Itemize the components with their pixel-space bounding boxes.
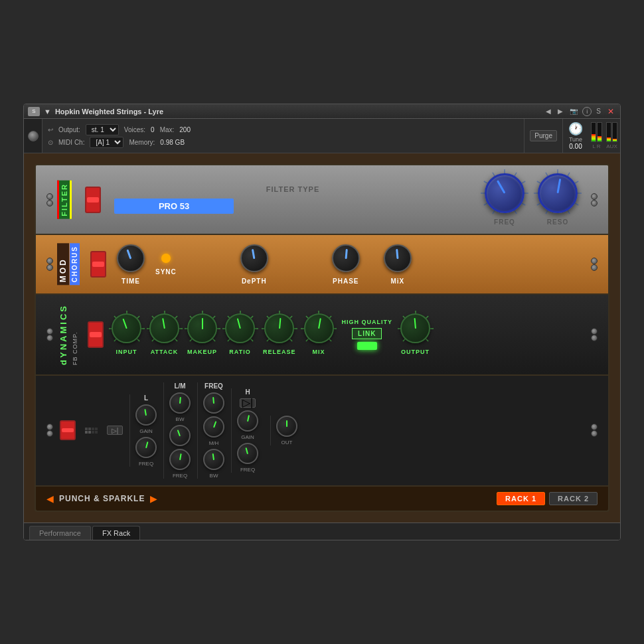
rack1-btn[interactable]: RACK 1 [497, 492, 545, 505]
next-preset-btn[interactable]: ▶ [150, 493, 157, 504]
camera-icon[interactable]: 📷 [568, 108, 580, 115]
output-select[interactable]: st. 1 [86, 124, 119, 135]
mod-section: MOD CHORUS TIME [36, 235, 608, 295]
nav-left-btn[interactable]: ◀ [544, 108, 553, 115]
phase-indicator [345, 248, 347, 258]
aux-meter-1 [606, 122, 611, 142]
eq-lm-bw-knob[interactable] [169, 425, 191, 446]
depth-label: DePTH [242, 278, 267, 285]
mod-tab-group: MOD CHORUS [57, 243, 80, 285]
dyn-mix-label: MIX [313, 349, 325, 355]
eq-h-freq-knob[interactable] [237, 443, 258, 464]
eq-mh-band: FREQ M/H BW [197, 382, 224, 479]
filter-screws-right [591, 191, 598, 209]
tab-fx-rack[interactable]: FX Rack [92, 526, 140, 540]
reso-knob[interactable] [538, 173, 578, 213]
attack-indicator [162, 319, 165, 329]
info-bar-controls: Purge [524, 119, 562, 153]
makeup-indicator [202, 318, 203, 329]
eq-h-bypass[interactable]: ▷| [240, 398, 256, 408]
sync-group: SYNC [155, 254, 177, 276]
mod-left: MOD CHORUS [46, 243, 80, 285]
prev-preset-btn[interactable]: ◀ [46, 493, 54, 504]
mod-power-switch[interactable] [90, 251, 106, 278]
makeup-knob[interactable] [187, 313, 217, 343]
eq-lm-freq-ind [179, 453, 182, 460]
ratio-knob-group: RATIO [225, 313, 255, 355]
eq-dot [92, 431, 94, 434]
tune-knob-icon[interactable]: 🕐 [568, 121, 583, 136]
ratio-knob[interactable] [225, 313, 255, 343]
ratio-indicator [236, 319, 240, 329]
filter-type-display[interactable]: PRO 53 [114, 199, 234, 214]
input-knob[interactable] [112, 313, 141, 343]
midi-select[interactable]: [A] 1 [90, 137, 123, 148]
eq-dot [95, 428, 98, 430]
freq-knob[interactable] [485, 173, 524, 213]
filter-left: FILTER [46, 181, 72, 219]
eq-l-gain-label: GAIN [139, 428, 153, 434]
eq-dot [85, 428, 88, 430]
attack-label: ATTACK [151, 349, 179, 355]
time-knob[interactable] [117, 244, 145, 272]
tab-fx-rack-label: FX Rack [102, 529, 130, 537]
sync-dot[interactable] [161, 254, 171, 263]
filter-power-switch[interactable] [85, 187, 101, 213]
reso-indicator [557, 179, 562, 193]
nav-right-btn[interactable]: ▶ [556, 108, 565, 115]
eq-h-band: H ▷| GAIN FREQ [231, 388, 258, 473]
eq-section: ▷| L GAIN FREQ L/M [36, 376, 608, 487]
dyn-mix-indicator [318, 319, 321, 329]
meter-bar-r [597, 122, 602, 142]
eq-l-gain-knob[interactable] [135, 404, 157, 426]
eq-l-label: L [144, 394, 148, 402]
tab-performance[interactable]: Performance [29, 526, 91, 540]
instrument-dropdown[interactable]: ▼ [44, 108, 51, 116]
eq-mh-freq-ind [212, 397, 214, 404]
rack2-btn[interactable]: RACK 2 [549, 492, 598, 505]
eq-mh-freq-knob[interactable] [203, 392, 224, 414]
voices-label: Voices: [124, 126, 145, 133]
attack-knob[interactable] [149, 313, 179, 343]
phase-knob[interactable] [332, 244, 360, 272]
eq-h-freq-ind [245, 447, 248, 454]
info-btn[interactable]: i [582, 107, 592, 116]
filter-section: FILTER FILTER TYPE PRO 53 [36, 165, 608, 235]
eq-out-ind [286, 420, 287, 427]
output-knob[interactable] [400, 313, 430, 343]
eq-l-freq-label: FREQ [139, 461, 153, 467]
depth-knob[interactable] [240, 244, 268, 272]
screw-mod-tl [46, 258, 53, 264]
eq-power-switch[interactable] [60, 420, 76, 440]
eq-left [46, 421, 53, 440]
dynamics-power-switch[interactable] [88, 321, 104, 348]
mix-knob-group: MiX [384, 244, 412, 285]
eq-grid [85, 428, 98, 434]
eq-mh-bw-ind [212, 453, 214, 460]
logo-text: S [32, 108, 35, 114]
eq-mh-gain-knob[interactable] [203, 416, 224, 438]
s-btn[interactable]: S [594, 108, 603, 115]
svg-line-49 [250, 339, 253, 342]
eq-dot [88, 431, 91, 434]
close-btn[interactable]: ✕ [605, 107, 616, 116]
freq-indicator [497, 180, 505, 193]
eq-h-gain-knob[interactable] [237, 410, 258, 432]
freq-knob-group: FREQ [485, 173, 524, 226]
release-knob[interactable] [264, 313, 294, 343]
eq-out-group: OUT [270, 416, 297, 445]
eq-mh-bw-knob[interactable] [203, 449, 224, 470]
dyn-mix-knob-wrapper [304, 313, 334, 343]
main-window: S ▼ Hopkin Weighted Strings - Lyre ◀ ▶ 📷… [23, 104, 621, 540]
eq-dot [95, 431, 98, 434]
eq-bypass-btn[interactable]: ▷| [107, 426, 123, 435]
eq-lm-gain-knob[interactable] [169, 392, 191, 414]
eq-out-knob[interactable] [276, 416, 297, 437]
eq-l-freq-knob[interactable] [135, 437, 157, 458]
eq-screws-right [591, 421, 598, 440]
dyn-mix-knob[interactable] [304, 313, 334, 343]
purge-btn[interactable]: Purge [530, 130, 557, 141]
link-btn[interactable]: LINK [352, 328, 382, 339]
eq-lm-freq-knob[interactable] [169, 449, 191, 470]
mod-mix-knob[interactable] [384, 244, 412, 272]
